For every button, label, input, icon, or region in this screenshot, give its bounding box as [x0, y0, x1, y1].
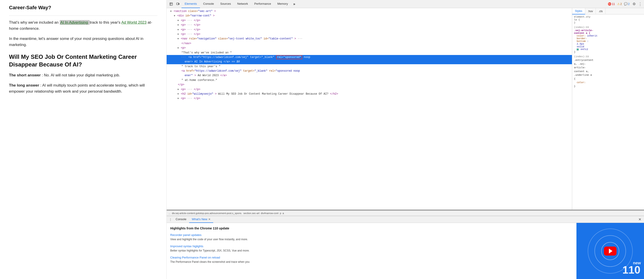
- triangle-icon[interactable]: [178, 29, 179, 31]
- inspect-element-button[interactable]: [168, 1, 174, 7]
- highlighted-term: AI In Advertising: [60, 20, 90, 25]
- more-options-button[interactable]: ⋮: [638, 2, 643, 7]
- tab-elements[interactable]: Elements: [182, 0, 200, 8]
- settings-button[interactable]: ⚙: [631, 1, 637, 7]
- tree-row-selected[interactable]: ··· <a href="https://adworldconf.com/sej…: [167, 55, 572, 60]
- feature-desc-2: Better syntax highlights for Typescript,…: [170, 248, 573, 253]
- style-rule-2: (index):33 .entrycontent a, .sej- articl…: [574, 55, 642, 88]
- responsive-design-button[interactable]: [175, 1, 181, 7]
- bottom-panel-dots[interactable]: ⋮: [168, 218, 173, 221]
- tab-memory[interactable]: Memory: [274, 0, 291, 8]
- para1-text-b: track to this year's: [90, 20, 121, 25]
- messages-badge[interactable]: 💬 2: [623, 2, 630, 6]
- triangle-icon[interactable]: [174, 15, 175, 17]
- elements-panel: <section class="sec-art" > <div id="narr…: [167, 8, 644, 210]
- tree-row[interactable]: <div id="narrow-cont" >: [167, 14, 572, 18]
- breadcrumb-item-3[interactable]: div#narrow-cont: [261, 212, 278, 214]
- style-rule-source-2: (index):33: [574, 55, 642, 58]
- messages-count: 2: [628, 3, 630, 6]
- tree-row[interactable]: </p>: [167, 83, 572, 87]
- play-triangle-icon: [609, 248, 612, 253]
- bottom-panel-close[interactable]: ✕: [637, 217, 643, 221]
- ai-advertising-link[interactable]: AI In Advertising: [60, 20, 88, 25]
- tree-row[interactable]: <p> ··· </p>: [167, 32, 572, 37]
- tree-row[interactable]: <a href="https://adworldconf.com/sej" ta…: [167, 69, 572, 73]
- triangle-icon[interactable]: [178, 47, 179, 49]
- bottom-panel: ⋮ Console What's New ✕ ✕ Highlights from…: [167, 216, 644, 279]
- tree-row[interactable]: <p> ··· </p>: [167, 96, 572, 101]
- ellipsis-prefix: ···: [181, 56, 186, 59]
- feature-title-3[interactable]: Clearing Performance Panel on reload: [170, 256, 573, 259]
- triangle-icon[interactable]: [170, 10, 172, 13]
- style-source-1: element.sty le { }: [574, 15, 642, 24]
- video-thumbnail[interactable]: new 110: [576, 223, 644, 279]
- warnings-count: 2: [620, 3, 622, 6]
- tree-row[interactable]: " at-home conference.": [167, 78, 572, 83]
- tree-row[interactable]: <p>: [167, 46, 572, 50]
- style-rule-source: (index):33: [574, 26, 642, 29]
- tree-row[interactable]: <p> ··· </p>: [167, 87, 572, 92]
- article-paragraph-2: In the meantime, let's answer some of yo…: [9, 36, 158, 48]
- tab-sources[interactable]: Sources: [217, 0, 234, 8]
- warning-icon: ⚠: [617, 2, 620, 6]
- devtools-toolbar: Elements Console Sources Network Perform…: [167, 0, 644, 8]
- tree-row-selected-cont[interactable]: ener> AI In Advertising </a> == $0: [167, 60, 572, 64]
- triangle-icon[interactable]: [178, 88, 179, 91]
- tree-row[interactable]: <p> ··· </p>: [167, 18, 572, 23]
- bottom-tab-console[interactable]: Console: [173, 216, 189, 223]
- triangle-icon[interactable]: [178, 19, 179, 22]
- more-tabs-button[interactable]: »: [291, 1, 298, 7]
- styles-content: element.sty le { } (index):33 .sej-artic…: [572, 15, 644, 210]
- tab-network[interactable]: Network: [234, 0, 251, 8]
- styles-tab-hov[interactable]: :hov: [585, 8, 596, 15]
- breadcrumb-item-2[interactable]: section.sec-art: [244, 212, 260, 214]
- triangle-icon[interactable]: [178, 93, 179, 95]
- tree-row[interactable]: "That's why we've included an ": [167, 51, 572, 55]
- feature-item-3: Clearing Performance Panel on reload The…: [170, 256, 573, 264]
- warnings-badge[interactable]: ⚠ 2: [616, 2, 623, 6]
- triangle-icon[interactable]: [178, 24, 179, 26]
- ad-world-link[interactable]: Ad World 2023: [121, 20, 146, 25]
- tree-row[interactable]: </nav>: [167, 41, 572, 46]
- tree-row[interactable]: <p> ··· </p>: [167, 28, 572, 32]
- feature-title-1[interactable]: Recorder panel updates: [170, 233, 573, 237]
- feature-desc-1: View and highlight the code of your user…: [170, 237, 573, 241]
- whats-new-tab-close[interactable]: ✕: [208, 218, 210, 221]
- devtools-tabs: Elements Console Sources Network Perform…: [182, 0, 298, 8]
- breadcrumb-item-4[interactable]: p: [280, 212, 281, 214]
- breadcrumb-bar: ... div.sej-article-content.gototop-pos.…: [167, 210, 644, 216]
- tree-row[interactable]: <section class="sec-art" >: [167, 9, 572, 14]
- html-tree[interactable]: <section class="sec-art" > <div id="narr…: [167, 8, 572, 210]
- bottom-tab-whats-new[interactable]: What's New ✕: [189, 216, 213, 223]
- version-badge: 110: [622, 264, 640, 275]
- tree-row[interactable]: <nav role="navigation" class="sej-tcont …: [167, 37, 572, 41]
- breadcrumb-item-1[interactable]: div.sej-article-content.gototop-pos.adno…: [172, 212, 242, 214]
- message-icon: 💬: [624, 2, 628, 6]
- triangle-icon[interactable]: [178, 38, 179, 40]
- tree-row[interactable]: ener" > Ad World 2023 </a>: [167, 73, 572, 78]
- short-answer-label: The short answer: [9, 73, 41, 77]
- tree-row[interactable]: <h2 id="willmyseojo" > Will My SEO Job O…: [167, 92, 572, 96]
- feature-title-2[interactable]: Improved syntax higlights: [170, 244, 573, 248]
- tree-row[interactable]: <p> ··· </p>: [167, 23, 572, 27]
- svg-rect-0: [170, 3, 172, 6]
- styles-tab-styles[interactable]: Styles: [572, 8, 585, 15]
- triangle-icon[interactable]: [178, 33, 179, 36]
- styles-tab-cls[interactable]: .cls: [596, 8, 606, 15]
- feature-desc-3: The Performance Panel clears the screens…: [170, 260, 573, 264]
- errors-badge[interactable]: ⛔ 11: [607, 2, 616, 6]
- styles-header: Styles :hov .cls: [572, 8, 644, 15]
- breadcrumb-item-5[interactable]: a: [282, 212, 284, 214]
- triangle-icon[interactable]: [178, 97, 179, 100]
- bottom-content: Highlights from the Chrome 110 update Re…: [167, 223, 644, 279]
- breadcrumb-ellipsis[interactable]: ...: [168, 212, 170, 214]
- tab-performance[interactable]: Performance: [251, 0, 274, 8]
- bottom-tabs-bar: ⋮ Console What's New ✕ ✕: [167, 216, 644, 223]
- para1-text: That's why we've included an: [9, 20, 58, 25]
- play-button[interactable]: [604, 246, 616, 255]
- tree-row[interactable]: " track to this year's ": [167, 64, 572, 69]
- tab-console[interactable]: Console: [200, 0, 217, 8]
- section-heading: Will My SEO Job Or Content Marketing Car…: [9, 53, 158, 69]
- style-selector: .sej-article-: [574, 29, 642, 32]
- errors-count: 11: [612, 3, 615, 6]
